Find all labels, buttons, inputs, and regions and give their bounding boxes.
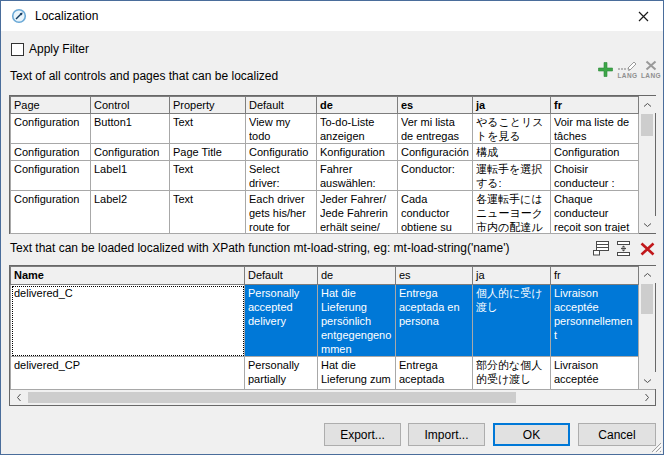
cell-de[interactable]: Hat die Lieferung zum Teil [318, 357, 396, 390]
edit-language-button[interactable]: LANG [617, 59, 638, 79]
scroll-up-button[interactable] [639, 266, 656, 283]
delete-row-button[interactable] [640, 242, 655, 256]
cell-control[interactable]: Configuration [91, 144, 170, 161]
cell-page[interactable]: Configuration [11, 144, 91, 161]
cell-default[interactable]: Personally partially accepted [245, 357, 318, 390]
insert-row-button[interactable] [615, 240, 632, 257]
cell-property[interactable]: Text [170, 161, 246, 191]
table-row: delivered_CPersonally accepted deliveryH… [11, 285, 639, 357]
strings-localization-table: NameDefaultdeesjafrdelivered_CPersonally… [9, 265, 656, 406]
apply-filter-checkbox[interactable] [11, 43, 24, 56]
cell-es[interactable]: Cada conductor obtiene su [398, 191, 473, 234]
section2-label: Text that can be loaded localized with X… [10, 241, 510, 255]
cell-fr[interactable]: Choisir conducteur : [551, 161, 639, 191]
column-header-es: es [398, 97, 473, 114]
column-header-default: Default [246, 97, 317, 114]
column-header-fr: fr [551, 97, 639, 114]
localization-dialog: Localization Apply Filter Text of all co… [0, 0, 664, 455]
section1-label: Text of all controls and pages that can … [10, 69, 278, 83]
edit-language-caption: LANG [617, 72, 637, 79]
column-header-de: de [317, 97, 398, 114]
cell-page[interactable]: Configuration [11, 161, 91, 191]
close-button[interactable] [623, 1, 663, 31]
controls-localization-table: PageControlPropertyDefaultdeesjafrConfig… [9, 95, 656, 234]
table2-vertical-scrollbar[interactable] [638, 266, 655, 389]
cell-es[interactable]: Entrega aceptada parcialmente [396, 357, 473, 390]
cell-fr[interactable]: Livraison acceptée personnellement [551, 285, 639, 357]
cancel-button[interactable]: Cancel [578, 423, 656, 446]
table1-vertical-scrollbar[interactable] [638, 96, 655, 233]
cell-page[interactable]: Configuration [11, 191, 91, 234]
cell-es[interactable]: Entrega aceptada en persona [396, 285, 473, 357]
cell-property[interactable]: Page Title [170, 144, 246, 161]
resize-grip[interactable] [649, 440, 662, 453]
column-header-page: Page [11, 97, 91, 114]
cell-de[interactable]: Hat die Lieferung persönlich entgegengen… [318, 285, 396, 357]
delete-language-caption: LANG [641, 72, 661, 79]
cell-es[interactable]: Configuración [398, 144, 473, 161]
append-row-button[interactable] [592, 240, 610, 257]
cell-fr[interactable]: Voir ma liste de tâches [551, 114, 639, 144]
cell-fr[interactable]: Chaque conducteur reçoit son trajet [551, 191, 639, 234]
cell-fr[interactable]: Livraison acceptée partiellement [551, 357, 639, 390]
app-icon [11, 8, 27, 24]
cell-de[interactable]: Konfiguration [317, 144, 398, 161]
cell-control[interactable]: Label1 [91, 161, 170, 191]
apply-filter-row: Apply Filter [11, 42, 89, 56]
table-row: delivered_CPPersonally partially accepte… [11, 357, 639, 390]
cell-de[interactable]: Jeder Fahrer/ Jede Fahrerin erhält seine… [317, 191, 398, 234]
cell-de[interactable]: To-do-Liste anzeigen [317, 114, 398, 144]
cell-default[interactable]: Select driver: [246, 161, 317, 191]
cell-de[interactable]: Fahrer auswählen: [317, 161, 398, 191]
cell-default[interactable]: Personally accepted delivery [245, 285, 318, 357]
column-header-fr: fr [551, 267, 639, 285]
ok-button[interactable]: OK [493, 423, 570, 446]
add-language-button[interactable] [597, 61, 614, 78]
table-row: ConfigurationLabel1TextSelect driver:Fah… [11, 161, 639, 191]
cell-ja[interactable]: 各運転手にはニューヨーク市内の配達ルートが [473, 191, 551, 234]
window-title: Localization [35, 9, 98, 23]
cell-ja[interactable]: 構成 [473, 144, 551, 161]
title-bar: Localization [1, 1, 663, 31]
table2-horizontal-scrollbar[interactable] [10, 389, 655, 405]
cell-control[interactable]: Button1 [91, 114, 170, 144]
close-icon [638, 11, 649, 22]
cell-es[interactable]: Conductor: [398, 161, 473, 191]
cell-ja[interactable]: 運転手を選択する: [473, 161, 551, 191]
import-button[interactable]: Import... [408, 423, 485, 446]
x-icon [645, 60, 657, 71]
column-header-ja: ja [473, 267, 551, 285]
scroll-down-button[interactable] [639, 372, 656, 389]
scrollbar-thumb[interactable] [28, 392, 516, 403]
scroll-down-button[interactable] [639, 216, 656, 233]
cell-ja[interactable]: 部分的な個人的受け渡し [473, 357, 551, 390]
export-button[interactable]: Export... [324, 423, 401, 446]
column-header-de: de [318, 267, 396, 285]
cell-ja[interactable]: やることリストを見る [473, 114, 551, 144]
scrollbar-thumb[interactable] [641, 114, 653, 136]
cell-default[interactable]: Configuration [246, 144, 317, 161]
table-row: ConfigurationLabel2TextEach driver gets … [11, 191, 639, 234]
column-header-default: Default [245, 267, 318, 285]
pencil-icon [617, 59, 638, 71]
cell-default[interactable]: View my todo [246, 114, 317, 144]
scrollbar-thumb[interactable] [641, 284, 653, 314]
column-header-property: Property [170, 97, 246, 114]
cell-default[interactable]: Each driver gets his/her route for [246, 191, 317, 234]
column-header-ja: ja [473, 97, 551, 114]
scroll-right-button[interactable] [638, 390, 655, 405]
apply-filter-label: Apply Filter [29, 42, 89, 56]
column-header-control: Control [91, 97, 170, 114]
cell-ja[interactable]: 個人的に受け渡し [473, 285, 551, 357]
cell-name[interactable]: delivered_CP [11, 357, 245, 390]
cell-es[interactable]: Ver mi lista de entregas [398, 114, 473, 144]
cell-control[interactable]: Label2 [91, 191, 170, 234]
cell-fr[interactable]: Configuration [551, 144, 639, 161]
cell-name[interactable]: delivered_C [11, 285, 245, 357]
scroll-left-button[interactable] [10, 390, 27, 405]
delete-language-button[interactable]: LANG [641, 60, 661, 79]
scroll-up-button[interactable] [639, 96, 656, 113]
cell-property[interactable]: Text [170, 114, 246, 144]
cell-page[interactable]: Configuration [11, 114, 91, 144]
cell-property[interactable]: Text [170, 191, 246, 234]
